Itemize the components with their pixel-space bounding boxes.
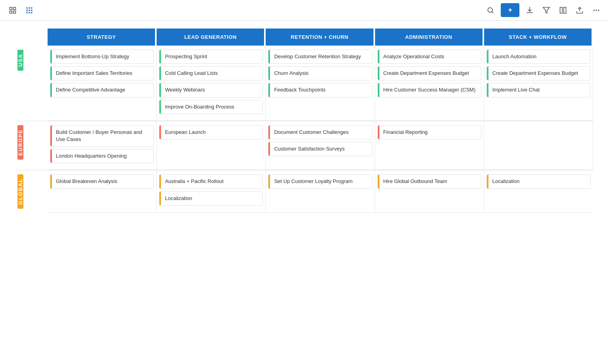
svg-rect-16 <box>560 7 563 13</box>
card-develop-customer-retention[interactable]: Develop Customer Retention Strategy <box>268 50 372 64</box>
grid: STRATEGY LEAD GENERATION RETENTION + CHU… <box>16 29 593 213</box>
row-label-usa: USA <box>17 50 23 71</box>
card-financial-reporting[interactable]: Financial Reporting <box>377 125 481 139</box>
row-label-global: GLOBAL <box>17 174 23 209</box>
card-define-important-sales[interactable]: Define Important Sales Territories <box>50 66 154 80</box>
cell-europe-admin: Financial Reporting <box>375 121 484 170</box>
card-implement-live-chat[interactable]: Implement Live Chat <box>486 83 590 97</box>
cell-global-lead-gen: Australia + Pacific Rollout Localization <box>157 170 266 213</box>
col-header-admin: ADMINISTRATION <box>375 29 483 46</box>
card-document-customer-challenges[interactable]: Document Customer Challenges <box>268 125 372 139</box>
card-weekly-webinars[interactable]: Weekly Webinars <box>159 83 263 97</box>
svg-rect-11 <box>29 12 30 13</box>
svg-point-18 <box>594 10 595 11</box>
row-label-europe: EUROPE <box>17 125 23 160</box>
svg-rect-10 <box>27 12 28 13</box>
card-localization-stack[interactable]: Localization <box>486 174 591 189</box>
grid-view-button[interactable] <box>23 4 36 17</box>
card-hire-global-outbound[interactable]: Hire Global Outbound Team <box>377 174 481 189</box>
download-button[interactable] <box>523 4 536 17</box>
card-create-department-expenses-usa[interactable]: Create Department Expenses Budget <box>377 66 481 80</box>
card-launch-automation[interactable]: Launch Automation <box>486 50 590 64</box>
col-header-empty <box>16 29 48 46</box>
svg-rect-5 <box>29 7 30 8</box>
card-australia-pacific[interactable]: Australia + Pacific Rollout <box>159 174 263 189</box>
toolbar-right: + <box>484 3 603 17</box>
card-global-breakeven[interactable]: Global Breakeven Analysis <box>50 174 154 189</box>
col-header-retention: RETENTION + CHURN <box>266 29 373 46</box>
col-header-lead-gen: LEAD GENERATION <box>157 29 264 46</box>
card-analyze-operational-costs[interactable]: Analyze Operational Costs <box>377 50 481 64</box>
card-prospecting-sprint[interactable]: Prospecting Sprint <box>159 50 263 64</box>
list-view-button[interactable] <box>6 4 19 17</box>
view-toggle-button[interactable] <box>557 4 569 17</box>
svg-line-14 <box>492 11 494 13</box>
more-button[interactable] <box>590 4 603 17</box>
cell-usa-strategy: Implement Bottoms-Up Strategy Define Imp… <box>48 46 157 121</box>
svg-marker-15 <box>543 7 550 13</box>
main-content: STRATEGY LEAD GENERATION RETENTION + CHU… <box>0 21 609 221</box>
svg-rect-17 <box>564 7 566 13</box>
col-header-strategy: STRATEGY <box>48 29 155 46</box>
cell-global-admin: Hire Global Outbound Team <box>375 170 484 213</box>
svg-point-19 <box>596 10 597 11</box>
search-button[interactable] <box>484 4 497 17</box>
add-icon: + <box>508 6 512 14</box>
card-improve-onboarding[interactable]: Improve On-Boarding Process <box>159 100 263 114</box>
add-button[interactable]: + <box>501 3 519 17</box>
cell-europe-lead-gen: European Launch <box>157 121 266 170</box>
cell-global-retention: Set Up Customer Loyalty Program <box>266 170 375 213</box>
export-button[interactable] <box>573 4 586 17</box>
card-localization-lead[interactable]: Localization <box>159 191 263 206</box>
svg-rect-1 <box>13 7 16 10</box>
card-customer-loyalty[interactable]: Set Up Customer Loyalty Program <box>268 174 372 189</box>
col-header-stack: STACK + WORKFLOW <box>484 29 592 46</box>
card-london-hq[interactable]: London Headquarters Opening <box>50 149 154 163</box>
card-european-launch[interactable]: European Launch <box>159 125 263 139</box>
filter-button[interactable] <box>540 4 553 17</box>
card-implement-bottoms-up[interactable]: Implement Bottoms-Up Strategy <box>50 50 154 64</box>
card-hire-csm[interactable]: Hire Customer Success Manager (CSM) <box>377 83 481 97</box>
cell-europe-retention: Document Customer Challenges Customer Sa… <box>266 121 375 170</box>
card-customer-satisfaction-surveys[interactable]: Customer Satisfaction Surveys <box>268 142 372 156</box>
svg-rect-7 <box>27 10 28 11</box>
cell-usa-retention: Develop Customer Retention Strategy Chur… <box>266 46 375 121</box>
card-cold-calling-lead-lists[interactable]: Cold Calling Lead Lists <box>159 66 263 80</box>
cell-global-strategy: Global Breakeven Analysis <box>48 170 157 213</box>
card-churn-analysis[interactable]: Churn Analysis <box>268 66 372 80</box>
svg-rect-12 <box>31 12 32 13</box>
cell-usa-stack: Launch Automation Create Department Expe… <box>484 46 593 121</box>
card-create-dept-expenses-stack[interactable]: Create Department Expenses Budget <box>486 66 590 80</box>
svg-point-13 <box>488 8 493 12</box>
cell-usa-lead-gen: Prospecting Sprint Cold Calling Lead Lis… <box>157 46 266 121</box>
card-define-competitive-advantage[interactable]: Define Competitive Advantage <box>50 83 154 97</box>
cell-europe-stack <box>484 121 593 170</box>
toolbar-left <box>6 4 36 17</box>
svg-rect-9 <box>31 10 32 11</box>
svg-rect-4 <box>27 7 28 8</box>
cell-global-stack: Localization <box>484 170 593 213</box>
card-build-buyer-personas[interactable]: Build Customer / Buyer Personas and Use … <box>50 125 154 147</box>
card-feedback-touchpoints[interactable]: Feedback Touchpoints <box>268 83 372 97</box>
toolbar: + <box>0 0 609 21</box>
svg-rect-6 <box>31 7 32 8</box>
svg-rect-8 <box>29 10 30 11</box>
svg-rect-0 <box>10 7 12 10</box>
svg-point-20 <box>598 10 599 11</box>
svg-rect-2 <box>10 11 12 13</box>
cell-europe-strategy: Build Customer / Buyer Personas and Use … <box>48 121 157 170</box>
cell-usa-admin: Analyze Operational Costs Create Departm… <box>375 46 484 121</box>
svg-rect-3 <box>13 11 16 13</box>
